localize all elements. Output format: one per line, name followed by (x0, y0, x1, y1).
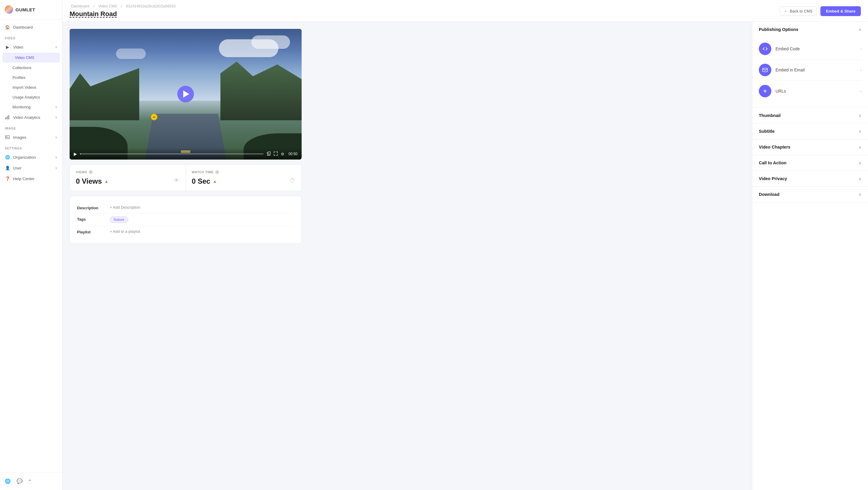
embed-code-label: Embed Code (775, 47, 800, 51)
thumbnail-title: Thumbnail (759, 113, 780, 118)
sidebar-item-profiles[interactable]: Profiles (0, 73, 62, 83)
embed-code-option[interactable]: Embed Code › (759, 38, 862, 60)
sidebar-item-user[interactable]: 👤 User ∨ (0, 163, 62, 173)
chevron-down-icon: ∨ (859, 129, 862, 134)
sidebar-bottom: 🌐 💬 ❝ (0, 472, 62, 490)
tag-nature[interactable]: Nature (110, 217, 128, 223)
globe-icon: 🌐 (5, 154, 10, 160)
subtitle-header[interactable]: Subtitle ∨ (752, 123, 868, 139)
publishing-options-section: Publishing Options ∧ Embed Code › (752, 22, 868, 108)
sidebar-item-video-cms[interactable]: Video CMS (2, 53, 60, 62)
section-label-settings: SETTINGS (0, 143, 62, 152)
fullscreen-icon[interactable] (274, 151, 278, 156)
top-bar-actions: ← Back to CMS Embed & Share (780, 6, 861, 16)
desc-row-playlist: Playlist + Add to a playlist (77, 226, 294, 237)
sidebar-item-label: Video Analytics (13, 115, 40, 120)
sidebar-item-label: Help Center (13, 176, 34, 181)
sidebar-item-label: Video (13, 45, 23, 50)
progress-bar[interactable] (80, 153, 264, 154)
sidebar-item-help-center[interactable]: ❓ Help Center (0, 173, 62, 184)
subtitle-section: Subtitle ∨ (752, 123, 868, 139)
embed-email-option[interactable]: Embed in Email › (759, 60, 862, 81)
quote-icon[interactable]: ❝ (29, 479, 31, 484)
embed-email-arrow-icon: › (860, 67, 862, 73)
add-playlist-button[interactable]: + Add to a playlist (110, 229, 140, 234)
sidebar-item-video[interactable]: ▶ Video ∧ (0, 42, 62, 52)
embed-share-button[interactable]: Embed & Share (820, 6, 861, 16)
call-to-action-title: Call to Action (759, 161, 786, 165)
chevron-down-icon: ∨ (55, 155, 57, 159)
video-icon: ▶ (5, 45, 10, 50)
watch-time-info-icon[interactable]: i (215, 170, 219, 174)
video-privacy-title: Video Privacy (759, 176, 787, 181)
embed-email-label: Embed in Email (775, 67, 805, 73)
eye-icon: 👁 (174, 177, 180, 184)
svg-rect-5 (268, 152, 270, 154)
add-description-button[interactable]: + Add Description (110, 205, 140, 209)
play-button[interactable] (177, 86, 194, 103)
chat-icon[interactable]: 💬 (17, 479, 23, 484)
sidebar-item-label: Collections (12, 65, 32, 70)
breadcrumb-video-cms[interactable]: Video CMS (98, 4, 117, 8)
play-pause-button[interactable]: ▶ (74, 151, 77, 156)
sidebar-item-label: Images (13, 135, 26, 140)
call-to-action-header[interactable]: Call to Action ∨ (752, 155, 868, 171)
publishing-options-header[interactable]: Publishing Options ∧ (752, 22, 868, 37)
chevron-down-icon: ∨ (859, 113, 862, 118)
video-privacy-section: Video Privacy ∨ (752, 171, 868, 186)
description-section: Description + Add Description Tags Natur… (70, 196, 302, 243)
sidebar-item-organization[interactable]: 🌐 Organization ∨ (0, 152, 62, 163)
back-to-cms-button[interactable]: ← Back to CMS (780, 6, 817, 16)
sidebar-item-label: Video CMS (15, 55, 34, 60)
top-bar: Dashboard / Video CMS / 632414810a26cd18… (62, 0, 868, 22)
globe-bottom-icon[interactable]: 🌐 (5, 479, 11, 484)
watch-time-label: WATCH TIME i (192, 170, 296, 174)
sidebar-nav: 🏠 Dashboard VIDEO ▶ Video ∧ Video CMS Co… (0, 19, 62, 472)
description-label: Description (77, 205, 104, 210)
sidebar-item-label: Organization (13, 155, 36, 160)
desc-row-description: Description + Add Description (77, 202, 294, 213)
chevron-down-icon: ∨ (859, 161, 862, 165)
thumbnail-header[interactable]: Thumbnail ∨ (752, 108, 868, 123)
sidebar-item-label: User (13, 166, 22, 170)
chevron-down-icon: ∨ (859, 145, 862, 149)
clock-icon: ⏱ (289, 177, 296, 184)
tags-label: Tags (77, 217, 104, 222)
views-info-icon[interactable]: i (89, 170, 93, 174)
settings-icon[interactable]: ⚙ (281, 152, 284, 156)
sidebar-item-video-analytics[interactable]: Video Analytics ∨ (0, 112, 62, 123)
section-label-video: VIDEO (0, 32, 62, 42)
urls-icon (759, 85, 771, 97)
video-controls: ▶ ⚙ 00:50 (70, 148, 302, 160)
sidebar-item-collections[interactable]: Collections (0, 63, 62, 73)
views-value: 0 Views ▲ (76, 177, 108, 185)
chevron-down-icon: ∨ (859, 176, 862, 181)
video-player[interactable]: 40 ▶ ⚙ 00:50 (70, 29, 302, 160)
video-chapters-header[interactable]: Video Chapters ∨ (752, 139, 868, 155)
video-privacy-header[interactable]: Video Privacy ∨ (752, 171, 868, 186)
embed-code-arrow-icon: › (860, 47, 862, 51)
embed-email-icon (759, 64, 771, 76)
sidebar-item-dashboard[interactable]: 🏠 Dashboard (0, 22, 62, 32)
sidebar-item-label: Dashboard (13, 25, 33, 29)
watch-time-value: 0 Sec ▲ (192, 177, 217, 185)
sidebar-item-import-videos[interactable]: Import Videos (0, 83, 62, 92)
urls-option[interactable]: URLs › (759, 81, 862, 102)
help-icon: ❓ (5, 176, 10, 181)
sidebar-item-monitoring[interactable]: Monitoring ∨ (0, 102, 62, 112)
svg-rect-1 (7, 116, 8, 119)
video-chapters-title: Video Chapters (759, 145, 790, 149)
chevron-down-icon: ∨ (55, 105, 57, 109)
views-trend-icon: ▲ (104, 179, 108, 184)
stat-card-watch-time: WATCH TIME i 0 Sec ▲ ⏱ (186, 165, 302, 191)
breadcrumb: Dashboard / Video CMS / 632414810a26cd18… (70, 4, 177, 8)
breadcrumb-dashboard[interactable]: Dashboard (71, 4, 89, 8)
external-link-icon[interactable] (267, 151, 271, 156)
download-header[interactable]: Download ∨ (752, 186, 868, 202)
svg-rect-0 (5, 117, 6, 119)
logo-icon (5, 5, 13, 14)
sidebar-item-images[interactable]: Images ∨ (0, 132, 62, 143)
sidebar-item-usage-analytics[interactable]: Usage Analytics (0, 92, 62, 102)
embed-code-icon (759, 42, 771, 55)
right-panel: Publishing Options ∧ Embed Code › (752, 22, 868, 490)
